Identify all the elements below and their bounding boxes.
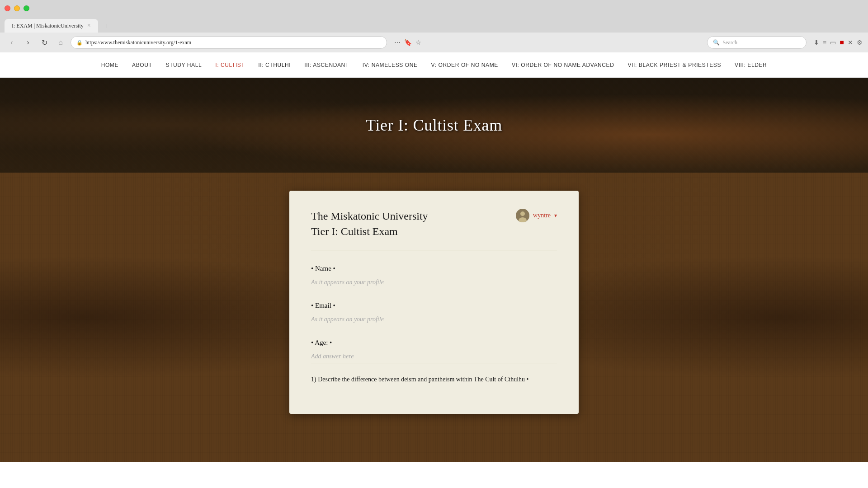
refresh-button[interactable]: ↻ — [38, 36, 51, 49]
age-label: • Age: • — [311, 339, 557, 347]
tab-bar: I: EXAM | MiskatonicUniversity × + — [0, 16, 868, 33]
nav-order-no-name-advanced[interactable]: VI: ORDER OF NO NAME ADVANCED — [512, 62, 614, 68]
svg-point-1 — [520, 211, 525, 216]
nav-ascendant[interactable]: III: ASCENDANT — [304, 62, 349, 68]
bookmarks-list-icon[interactable]: ≡ — [823, 39, 826, 46]
user-avatar — [516, 209, 529, 222]
close-window-button[interactable] — [5, 5, 10, 11]
tab-title: I: EXAM | MiskatonicUniversity — [12, 23, 84, 29]
star-icon[interactable]: ☆ — [415, 39, 421, 47]
email-label: • Email • — [311, 302, 557, 310]
browser-toolbar: ‹ › ↻ ⌂ 🔒 https://www.themiskatonicunive… — [0, 33, 868, 52]
email-input[interactable] — [311, 313, 557, 326]
new-tab-button[interactable]: + — [100, 20, 113, 33]
close-icon[interactable]: ✕ — [848, 39, 853, 47]
age-field: • Age: • — [311, 339, 557, 363]
nav-elder[interactable]: VIII: ELDER — [735, 62, 767, 68]
back-button[interactable]: ‹ — [5, 36, 18, 49]
question-text: 1) Describe the difference between deism… — [311, 376, 557, 383]
forward-button[interactable]: › — [22, 36, 34, 49]
right-toolbar-icons: ⬇ ≡ ▭ ■ ✕ ⚙ — [814, 38, 863, 47]
nav-about[interactable]: ABOUT — [132, 62, 152, 68]
user-dropdown-icon: ▾ — [554, 212, 557, 219]
bookmark-icon[interactable]: 🔖 — [404, 39, 412, 47]
user-badge[interactable]: wyntre ▾ — [516, 209, 557, 222]
form-header: The Miskatonic University Tier I: Cultis… — [311, 209, 557, 250]
settings-icon[interactable]: ⚙ — [857, 39, 863, 47]
browser-search-bar[interactable]: 🔍 Search — [707, 36, 807, 49]
search-placeholder: Search — [722, 39, 737, 46]
nav-black-priest[interactable]: VII: BLACK PRIEST & PRIESTESS — [627, 62, 721, 68]
main-content: The Miskatonic University Tier I: Cultis… — [0, 173, 868, 462]
home-button[interactable]: ⌂ — [54, 36, 67, 49]
website-content: HOME ABOUT STUDY HALL I: CULTIST II: CTH… — [0, 52, 868, 462]
nav-nameless-one[interactable]: IV: NAMELESS ONE — [363, 62, 418, 68]
form-title-line1: The Miskatonic University — [311, 210, 428, 222]
nav-home[interactable]: HOME — [101, 62, 118, 68]
user-name: wyntre — [533, 212, 551, 219]
minimize-window-button[interactable] — [14, 5, 20, 11]
maximize-window-button[interactable] — [24, 5, 29, 11]
browser-titlebar — [0, 0, 868, 16]
download-icon[interactable]: ⬇ — [814, 39, 819, 47]
active-tab[interactable]: I: EXAM | MiskatonicUniversity × — [5, 19, 98, 33]
form-title: The Miskatonic University Tier I: Cultis… — [311, 209, 428, 239]
security-lock-icon: 🔒 — [76, 40, 83, 46]
form-title-line2: Tier I: Cultist Exam — [311, 225, 398, 237]
tab-close-button[interactable]: × — [87, 22, 91, 29]
name-label: • Name • — [311, 265, 557, 272]
menu-icon[interactable]: ■ — [840, 38, 844, 47]
name-field: • Name • — [311, 265, 557, 289]
search-icon: 🔍 — [713, 39, 720, 46]
site-navigation: HOME ABOUT STUDY HALL I: CULTIST II: CTH… — [0, 52, 868, 78]
browser-chrome: I: EXAM | MiskatonicUniversity × + ‹ › ↻… — [0, 0, 868, 52]
email-field: • Email • — [311, 302, 557, 326]
hero-title: Tier I: Cultist Exam — [366, 116, 502, 135]
age-input[interactable] — [311, 350, 557, 363]
nav-study-hall[interactable]: STUDY HALL — [165, 62, 202, 68]
nav-cultist[interactable]: I: CULTIST — [215, 62, 245, 68]
question-field: 1) Describe the difference between deism… — [311, 376, 557, 383]
hero-section: Tier I: Cultist Exam — [0, 78, 868, 173]
name-input[interactable] — [311, 276, 557, 289]
extensions-icon[interactable]: ⋯ — [394, 39, 401, 47]
exam-form-card: The Miskatonic University Tier I: Cultis… — [289, 191, 579, 414]
nav-order-no-name[interactable]: V: ORDER OF NO NAME — [431, 62, 498, 68]
pip-icon[interactable]: ▭ — [830, 39, 836, 47]
address-bar[interactable]: 🔒 https://www.themiskatonicuniversity.or… — [71, 36, 387, 49]
toolbar-icons: ⋯ 🔖 ☆ — [394, 39, 421, 47]
address-text: https://www.themiskatonicuniversity.org/… — [85, 39, 191, 46]
nav-cthulhi[interactable]: II: CTHULHI — [258, 62, 291, 68]
